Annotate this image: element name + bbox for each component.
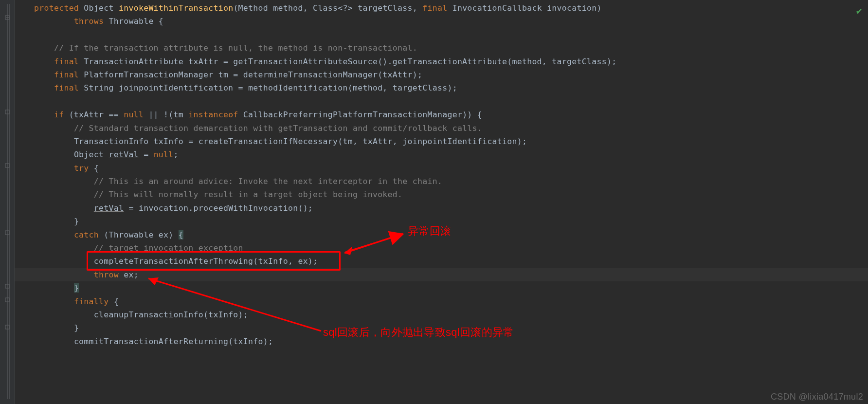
- code-line: throws Throwable {: [15, 15, 868, 28]
- code-line: catch (Throwable ex) {: [15, 228, 868, 241]
- inspection-ok-icon[interactable]: ✔: [856, 5, 862, 17]
- code-line: try {: [15, 162, 868, 175]
- code-line: if (txAttr == null || !(tm instanceof Ca…: [15, 108, 868, 121]
- code-line: }: [15, 281, 868, 294]
- code-line: }: [15, 321, 868, 334]
- code-line: // If the transaction attribute is null,…: [15, 41, 868, 55]
- code-line: // This will normally result in a target…: [15, 188, 868, 201]
- code-line: [15, 28, 868, 41]
- code-line: protected Object invokeWithinTransaction…: [15, 1, 868, 15]
- code-line: }: [15, 215, 868, 228]
- code-line: completeTransactionAfterThrowing(txInfo,…: [15, 255, 868, 268]
- svg-rect-0: [5, 16, 9, 19]
- watermark: CSDN @lixia0417mul2: [771, 392, 863, 402]
- svg-rect-1: [5, 110, 9, 114]
- editor-gutter[interactable]: [0, 0, 15, 404]
- code-line: finally {: [15, 295, 868, 308]
- svg-rect-5: [5, 298, 9, 302]
- code-line: throw ex;: [15, 268, 868, 281]
- code-line: // target invocation exception: [15, 241, 868, 255]
- code-line: Object retVal = null;: [15, 148, 868, 161]
- code-line: [15, 95, 868, 108]
- svg-rect-6: [5, 325, 9, 329]
- code-line: final TransactionAttribute txAttr = getT…: [15, 55, 868, 68]
- code-line: // Standard transaction demarcation with…: [15, 122, 868, 135]
- code-line: commitTransactionAfterReturning(txInfo);: [15, 335, 868, 348]
- code-line: final PlatformTransactionManager tm = de…: [15, 68, 868, 81]
- code-line: // This is an around advice: Invoke the …: [15, 175, 868, 188]
- svg-rect-3: [5, 231, 9, 235]
- code-line: retVal = invocation.proceedWithInvocatio…: [15, 202, 868, 215]
- code-line: cleanupTransactionInfo(txInfo);: [15, 308, 868, 321]
- code-line: final String joinpointIdentification = m…: [15, 81, 868, 94]
- code-line: TransactionInfo txInfo = createTransacti…: [15, 135, 868, 148]
- code-editor[interactable]: protected Object invokeWithinTransaction…: [15, 0, 868, 404]
- svg-rect-2: [5, 164, 9, 167]
- svg-rect-4: [5, 284, 9, 288]
